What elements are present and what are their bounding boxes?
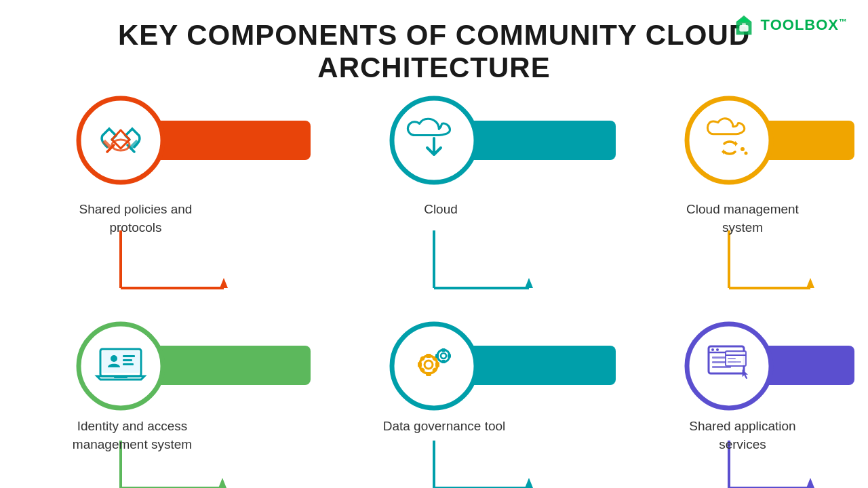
label-identity-access: Identity and access management system [54,413,210,453]
toolbox-logo: TOOLBOX™ [731,12,848,38]
svg-rect-45 [123,363,134,365]
svg-marker-23 [525,478,533,488]
svg-rect-63 [448,354,451,358]
svg-rect-76 [728,361,741,363]
svg-rect-52 [418,362,422,367]
svg-rect-53 [435,362,439,367]
svg-rect-62 [435,354,439,358]
svg-marker-1 [736,18,751,22]
svg-point-42 [111,355,117,362]
svg-marker-11 [525,278,533,288]
svg-point-67 [711,348,714,351]
svg-point-38 [745,152,748,155]
label-data-governance: Data governance tool [376,413,512,436]
svg-point-68 [716,348,719,351]
label-cloud: Cloud [380,197,502,219]
svg-rect-41 [102,351,139,373]
label-shared-application: Shared application services [671,413,814,453]
svg-rect-44 [123,359,132,361]
svg-rect-61 [441,360,446,363]
svg-marker-27 [806,478,814,488]
logo-text: TOOLBOX™ [761,16,848,34]
svg-rect-3 [742,23,746,26]
svg-point-34 [687,98,771,182]
svg-marker-15 [806,278,814,288]
svg-marker-19 [218,478,226,488]
svg-rect-43 [123,355,135,357]
svg-rect-51 [426,372,431,376]
svg-rect-69 [712,357,726,359]
svg-point-47 [392,324,476,408]
svg-rect-46 [114,376,127,378]
svg-rect-75 [728,358,736,359]
label-cloud-management: Cloud management system [671,197,814,237]
toolbox-icon [731,12,757,38]
svg-point-37 [741,147,745,151]
svg-marker-7 [220,278,228,288]
svg-rect-60 [441,348,446,352]
label-shared-policies: Shared policies and protocols [61,197,210,237]
svg-rect-50 [426,354,431,358]
